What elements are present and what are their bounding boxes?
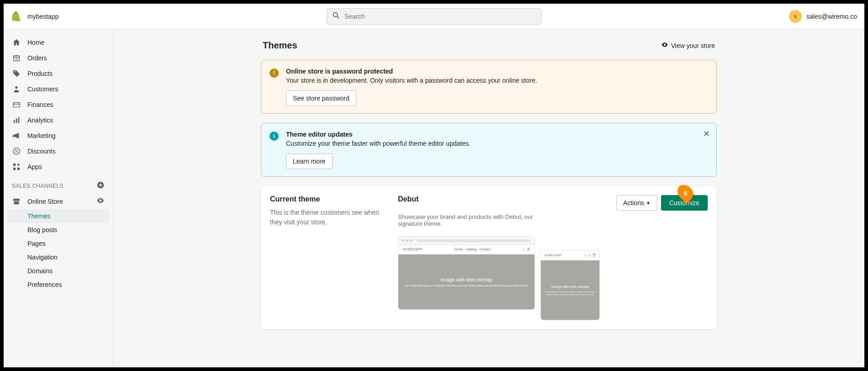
- sidebar-sub-navigation[interactable]: Navigation: [7, 250, 109, 264]
- svg-rect-5: [18, 117, 20, 123]
- sidebar-item-label: Apps: [27, 163, 42, 170]
- current-theme-desc: This is the theme customers see when the…: [270, 208, 380, 227]
- preview-hero-title: Image with text overlay: [441, 277, 492, 282]
- view-store-label: View your store: [671, 42, 715, 49]
- add-channel-icon[interactable]: [96, 181, 105, 191]
- sidebar-sub-pages[interactable]: Pages: [7, 237, 109, 250]
- sidebar-item-customers[interactable]: Customers: [7, 81, 109, 97]
- see-store-password-button[interactable]: See store password: [286, 90, 356, 106]
- current-theme-card: Current theme This is the theme customer…: [261, 186, 717, 329]
- sidebar-item-label: Marketing: [27, 132, 55, 139]
- sidebar-sub-blog[interactable]: Blog posts: [7, 223, 109, 237]
- desktop-preview: MYBESTAPP HomeCatalogContact ⌕☰ Image wi…: [398, 236, 535, 310]
- view-store-icon[interactable]: [96, 196, 105, 206]
- sidebar-item-label: Products: [27, 70, 53, 77]
- close-icon[interactable]: ✕: [703, 130, 710, 138]
- top-bar: mybestapp s sales@wiremo.co: [4, 4, 864, 29]
- preview-hero-sub-mobile: Use overlay text to give your customers …: [545, 291, 596, 296]
- mobile-preview: MYBESTAPP ⌕⌂☰ Image with text overlay Us…: [540, 250, 600, 320]
- chevron-down-icon: ▼: [646, 201, 651, 206]
- current-theme-title: Current theme: [270, 195, 380, 203]
- apps-icon: [12, 162, 21, 171]
- marker-number: 6: [683, 189, 687, 197]
- actions-label: Actions: [623, 199, 644, 207]
- svg-rect-8: [13, 168, 16, 170]
- svg-point-1: [15, 86, 17, 89]
- sidebar-sub-preferences[interactable]: Preferences: [7, 278, 109, 292]
- sidebar-item-online-store[interactable]: Online Store: [7, 193, 109, 209]
- shopify-logo-icon: [11, 11, 22, 22]
- svg-rect-9: [17, 168, 20, 170]
- marketing-icon: [12, 131, 21, 140]
- theme-name: Debut: [398, 195, 418, 203]
- store-icon: [12, 197, 21, 206]
- banner-title: Online store is password protected: [286, 68, 708, 75]
- sidebar-item-orders[interactable]: Orders: [7, 50, 109, 66]
- sidebar-item-label: Analytics: [27, 117, 53, 124]
- sidebar: Home Orders Products Customers Finances …: [4, 29, 113, 367]
- banner-text: Your store is in development. Only visit…: [286, 77, 708, 84]
- eye-icon: [661, 41, 668, 50]
- warning-icon: !: [270, 69, 279, 78]
- search-input[interactable]: [327, 8, 541, 25]
- sidebar-item-finances[interactable]: Finances: [7, 97, 109, 112]
- analytics-icon: [12, 116, 21, 125]
- user-email: sales@wiremo.co: [806, 13, 857, 20]
- actions-button[interactable]: Actions ▼: [616, 195, 657, 211]
- sidebar-item-marketing[interactable]: Marketing: [7, 128, 109, 143]
- theme-description: Showcase your brand and products with De…: [398, 213, 535, 227]
- sidebar-item-analytics[interactable]: Analytics: [7, 112, 109, 128]
- preview-hero-sub: Use overlay text to give your customers …: [405, 284, 529, 287]
- preview-brand: MYBESTAPP: [403, 248, 422, 251]
- page-title: Themes: [263, 40, 297, 51]
- banner-text: Customize your theme faster with powerfu…: [286, 140, 708, 147]
- sidebar-item-label: Online Store: [27, 198, 63, 205]
- home-icon: [12, 38, 21, 47]
- annotation-marker: 6: [678, 184, 692, 201]
- sidebar-sub-domains[interactable]: Domains: [7, 264, 109, 278]
- store-name: mybestapp: [27, 13, 58, 20]
- user-menu[interactable]: s sales@wiremo.co: [789, 10, 857, 23]
- password-protected-banner: ! Online store is password protected You…: [261, 60, 717, 114]
- customers-icon: [12, 85, 21, 94]
- view-your-store-link[interactable]: View your store: [661, 41, 715, 50]
- finances-icon: [12, 100, 21, 109]
- sidebar-sub-themes[interactable]: Themes: [7, 209, 109, 223]
- theme-editor-updates-banner: i Theme editor updates Customize your th…: [261, 123, 717, 177]
- sidebar-item-label: Orders: [27, 54, 47, 62]
- svg-rect-3: [14, 120, 15, 123]
- svg-rect-7: [13, 164, 16, 166]
- banner-title: Theme editor updates: [286, 131, 708, 138]
- svg-rect-0: [14, 56, 20, 61]
- products-icon: [12, 69, 21, 78]
- learn-more-button[interactable]: Learn more: [286, 154, 333, 169]
- info-icon: i: [270, 132, 279, 141]
- sidebar-item-home[interactable]: Home: [7, 35, 109, 50]
- preview-brand-mobile: MYBESTAPP: [545, 254, 561, 257]
- sidebar-item-label: Finances: [27, 101, 53, 108]
- sidebar-item-products[interactable]: Products: [7, 66, 109, 81]
- theme-preview: MYBESTAPP HomeCatalogContact ⌕☰ Image wi…: [398, 236, 708, 320]
- preview-hero-title-mobile: Image with text overlay: [551, 285, 589, 289]
- sidebar-item-apps[interactable]: Apps: [7, 159, 109, 175]
- sidebar-item-label: Home: [27, 39, 44, 46]
- main-content: Themes View your store ! Online store is…: [113, 29, 864, 367]
- sidebar-item-label: Discounts: [27, 148, 55, 155]
- search-icon: [332, 11, 340, 21]
- svg-rect-4: [16, 118, 17, 123]
- svg-rect-2: [13, 103, 20, 107]
- avatar: s: [789, 10, 802, 23]
- sidebar-item-discounts[interactable]: Discounts: [7, 143, 109, 159]
- orders-icon: [12, 53, 21, 63]
- sales-channels-header: SALES CHANNELS: [12, 183, 64, 189]
- discounts-icon: [12, 147, 21, 156]
- sidebar-item-label: Customers: [27, 85, 58, 93]
